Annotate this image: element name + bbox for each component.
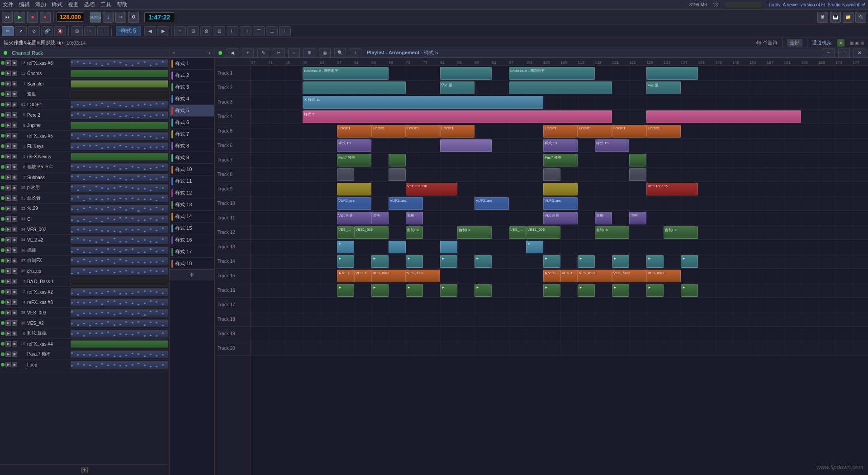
channel-pattern-area[interactable] — [70, 278, 169, 285]
channel-name[interactable]: p.常用 — [26, 185, 53, 191]
track-block[interactable]: ► — [440, 255, 457, 268]
track-block[interactable]: ► — [337, 284, 354, 297]
track-block[interactable] — [543, 168, 560, 181]
track-block[interactable]: 自制FX — [595, 226, 629, 239]
channel-name[interactable]: 福鼓 Ba_e C — [26, 164, 53, 170]
track-block[interactable]: 混搭 — [371, 212, 389, 224]
track-row[interactable]: VU..音量混搭混搭VU..音量混搭混搭 — [251, 211, 868, 225]
channel-pattern-area[interactable] — [70, 59, 169, 67]
channel-led[interactable] — [1, 155, 5, 158]
channel-mute[interactable]: ▶ — [5, 60, 11, 66]
track-block[interactable]: VES_r002 — [371, 270, 406, 282]
menu-tools[interactable]: 工具 — [100, 1, 111, 9]
channel-led[interactable] — [1, 71, 5, 75]
tb2-extra3[interactable]: ⊠ — [200, 26, 212, 36]
channel-pattern-area[interactable] — [70, 226, 169, 233]
channel-name[interactable]: reFX..xus #5 — [26, 133, 54, 138]
track-block[interactable]: 样式 13 — [595, 139, 629, 152]
menu-file[interactable]: 文件 — [3, 1, 14, 9]
channel-led[interactable] — [1, 269, 5, 273]
channel-led[interactable] — [1, 134, 5, 138]
channel-led[interactable] — [1, 300, 5, 304]
track-block[interactable]: VES_r002 — [578, 270, 612, 282]
track-block[interactable]: ►VES_2 #2 — [543, 270, 560, 282]
channel-led[interactable] — [1, 259, 5, 262]
channel-name[interactable]: Chords — [26, 71, 53, 76]
piano-roll-btn[interactable]: 🎹 — [830, 12, 841, 23]
track-row[interactable]: VES_3 #2VES1_003自制FX自制FXVES_3 #2VES1_003… — [251, 225, 868, 240]
track-block[interactable]: Endless..e - 湖音电平 — [303, 67, 389, 80]
track-row[interactable]: Voc.量Voc.量 — [251, 81, 868, 95]
pattern-item[interactable]: 样式 15 — [170, 223, 214, 234]
channel-led[interactable] — [1, 103, 5, 106]
pattern-item[interactable]: 样式 18 — [170, 258, 214, 270]
track-block[interactable]: VUF2..ars — [389, 197, 423, 210]
channel-mute[interactable]: ▶ — [5, 71, 11, 76]
track-block[interactable]: ►VES_2 #2 — [337, 270, 354, 282]
channel-pattern-area[interactable] — [70, 111, 169, 119]
track-block[interactable] — [389, 168, 406, 181]
pattern-list-add[interactable]: + — [209, 50, 211, 56]
track-row[interactable]: 样式 13样式 13样式 13 — [251, 138, 868, 153]
track-block[interactable]: ✕ 样式 18 — [303, 96, 543, 109]
channel-mute[interactable]: ▶ — [5, 175, 11, 180]
playlist-add[interactable]: + — [242, 48, 254, 58]
menu-add[interactable]: 添加 — [35, 1, 46, 9]
track-block[interactable]: LOOP1 — [543, 125, 578, 138]
channel-name[interactable]: CI — [26, 217, 53, 222]
pattern-item[interactable]: 样式 2 — [170, 70, 214, 81]
channel-solo[interactable]: ◼ — [12, 123, 17, 128]
track-block[interactable]: VES_3 #2 — [337, 226, 354, 239]
track-block[interactable]: 样式 13 — [337, 139, 371, 152]
track-row[interactable] — [251, 327, 868, 341]
channel-mute[interactable]: ▶ — [5, 320, 11, 326]
channel-mute[interactable]: ▶ — [5, 112, 11, 118]
channel-name[interactable]: LOOP1 — [26, 102, 53, 107]
channel-solo[interactable]: ◼ — [12, 133, 17, 138]
pattern-item[interactable]: 样式 16 — [170, 234, 214, 246]
channel-led[interactable] — [1, 332, 5, 335]
channel-solo[interactable]: ◼ — [12, 195, 17, 201]
channel-solo[interactable]: ◼ — [12, 352, 17, 357]
channel-mute[interactable]: ▶ — [5, 216, 11, 222]
all-tag[interactable]: 全部 — [787, 39, 802, 47]
playlist-tool3[interactable]: ↔ — [288, 48, 300, 58]
channel-mute[interactable]: ▶ — [5, 289, 11, 294]
channel-mute[interactable]: ▶ — [5, 352, 11, 357]
channel-name[interactable]: 和弦.鼓律 — [26, 330, 53, 337]
channel-led[interactable] — [1, 207, 5, 210]
channel-mute[interactable]: ▶ — [5, 133, 11, 138]
track-block[interactable]: ► — [543, 255, 560, 268]
channel-solo[interactable]: ◼ — [12, 175, 17, 180]
track-block[interactable]: ► — [474, 255, 492, 268]
pattern-item[interactable]: 样式 4 — [170, 93, 214, 105]
channel-solo[interactable]: ◼ — [12, 164, 17, 170]
channel-pattern-area[interactable] — [70, 122, 169, 129]
channel-solo[interactable]: ◼ — [12, 71, 17, 76]
track-block[interactable]: ► — [612, 255, 629, 268]
track-block[interactable]: ► — [646, 255, 664, 268]
track-block[interactable]: 混搭 — [595, 212, 612, 224]
track-block[interactable] — [440, 67, 492, 80]
track-block[interactable]: Voc.量 — [440, 81, 474, 94]
track-block[interactable]: LOOP1 — [578, 125, 612, 138]
song-mode-btn[interactable]: SONG — [90, 12, 101, 23]
channel-solo[interactable]: ◼ — [12, 216, 17, 222]
channel-pattern-area[interactable] — [70, 319, 169, 327]
track-block[interactable] — [337, 168, 354, 181]
track-row[interactable]: ►VES_2 #2VES..r002VES_r002VES_r002►VES_2… — [251, 269, 868, 283]
track-block[interactable]: ✦ — [526, 241, 543, 253]
channel-led[interactable] — [1, 352, 5, 356]
channel-led[interactable] — [1, 92, 5, 96]
track-block[interactable]: VUF2..ars — [337, 197, 371, 210]
track-block[interactable]: ► — [371, 255, 389, 268]
channel-mute[interactable]: ▶ — [5, 123, 11, 128]
channel-led[interactable] — [1, 196, 5, 200]
channel-led[interactable] — [1, 61, 5, 65]
channel-solo[interactable]: ◼ — [12, 102, 17, 107]
track-block[interactable] — [440, 139, 492, 152]
channel-pattern-area[interactable] — [70, 361, 169, 369]
stop-button[interactable]: ■ — [27, 12, 38, 23]
playlist-tool5[interactable]: ◎ — [319, 48, 331, 58]
channel-solo[interactable]: ◼ — [12, 362, 17, 367]
